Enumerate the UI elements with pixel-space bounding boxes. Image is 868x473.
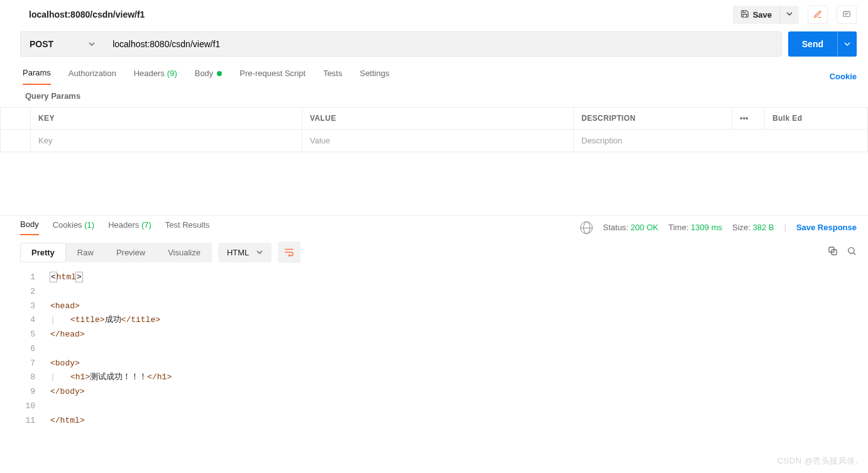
tab-authorization[interactable]: Authorization (69, 69, 116, 84)
view-preview[interactable]: Preview (105, 243, 157, 262)
line-content: |<title>成功</title> (50, 313, 160, 328)
response-view-bar: Pretty Raw Preview Visualize HTML (0, 235, 868, 267)
line-content: </head> (50, 328, 85, 342)
line-content: <body> (50, 357, 80, 371)
chevron-down-icon (786, 9, 793, 19)
code-line: 6 (20, 342, 868, 357)
comment-button[interactable] (837, 5, 857, 24)
code-line: 8|<h1>测试成功！！！</h1> (20, 370, 868, 385)
status-group: Status: 200 OK (603, 223, 658, 232)
wrap-lines-button[interactable] (278, 242, 300, 263)
request-title: localhost:8080/csdn/view/f1 (29, 9, 733, 19)
code-line: 1<html> (20, 270, 868, 285)
query-params-table: KEY VALUE DESCRIPTION ••• Bulk Ed (0, 107, 868, 152)
col-checkbox (1, 108, 31, 130)
row-checkbox[interactable] (1, 130, 31, 152)
line-number: 2 (20, 285, 50, 299)
value-input[interactable] (310, 136, 566, 145)
code-line: 7<body> (20, 357, 868, 371)
send-dropdown[interactable] (837, 31, 857, 57)
tab-headers[interactable]: Headers (9) (134, 69, 177, 84)
request-row: POST Send (0, 29, 868, 59)
url-input[interactable] (113, 39, 772, 49)
code-line: 10 (20, 399, 868, 414)
edit-button[interactable] (808, 5, 828, 24)
code-line: 9</body> (20, 385, 868, 399)
bulk-edit-link[interactable]: Bulk Ed (765, 108, 868, 130)
col-key-header: KEY (31, 108, 302, 130)
response-tab-cookies[interactable]: Cookies (1) (53, 220, 94, 235)
view-mode-tabs: Pretty Raw Preview Visualize (20, 243, 212, 262)
line-number: 8 (20, 370, 50, 385)
view-raw[interactable]: Raw (66, 243, 105, 262)
line-content: </body> (50, 385, 85, 399)
save-response-link[interactable]: Save Response (796, 223, 857, 232)
line-number: 11 (20, 414, 50, 428)
save-button-group: Save (733, 6, 799, 24)
line-number: 3 (20, 299, 50, 314)
svg-point-6 (849, 248, 854, 253)
response-tab-body[interactable]: Body (20, 220, 39, 235)
tab-params[interactable]: Params (23, 68, 51, 85)
format-value: HTML (227, 248, 249, 257)
url-input-wrap (104, 31, 782, 57)
tab-tests[interactable]: Tests (323, 69, 342, 84)
format-selector[interactable]: HTML (218, 243, 272, 262)
save-dropdown[interactable] (779, 6, 799, 24)
view-pretty[interactable]: Pretty (20, 243, 66, 262)
col-value-header: VALUE (302, 108, 574, 130)
chevron-down-icon (256, 248, 263, 257)
response-tab-tests[interactable]: Test Results (165, 220, 210, 235)
table-row (1, 130, 868, 152)
svg-rect-0 (843, 11, 850, 16)
size-group: Size: 382 B (732, 223, 774, 232)
tab-settings[interactable]: Settings (360, 69, 389, 84)
search-button[interactable] (847, 246, 857, 259)
line-number: 6 (20, 342, 50, 357)
col-desc-header: DESCRIPTION (574, 108, 732, 130)
globe-icon[interactable] (580, 221, 593, 234)
send-button-group: Send (788, 31, 857, 57)
col-more[interactable]: ••• (732, 108, 765, 130)
dot-indicator-icon (217, 71, 222, 76)
code-line: 2 (20, 285, 868, 299)
save-button[interactable]: Save (733, 6, 779, 24)
http-method-selector[interactable]: POST (20, 31, 104, 57)
chevron-down-icon (844, 40, 850, 49)
line-number: 7 (20, 357, 50, 371)
http-method-value: POST (30, 39, 53, 49)
send-button[interactable]: Send (788, 31, 837, 57)
key-input[interactable] (38, 136, 294, 145)
code-line: 11</html> (20, 414, 868, 428)
code-line: 5</head> (20, 328, 868, 342)
time-group: Time: 1309 ms (668, 223, 722, 232)
line-number: 5 (20, 328, 50, 342)
tab-body[interactable]: Body (195, 69, 222, 84)
svg-line-7 (854, 253, 855, 255)
line-content: </html> (50, 414, 85, 428)
copy-button[interactable] (828, 246, 838, 259)
response-tab-headers[interactable]: Headers (7) (108, 220, 151, 235)
desc-input[interactable] (581, 136, 860, 145)
line-number: 4 (20, 313, 50, 328)
request-tabs: Params Authorization Headers (9) Body Pr… (0, 59, 868, 85)
line-content: |<h1>测试成功！！！</h1> (50, 370, 172, 385)
response-status-bar: Status: 200 OK Time: 1309 ms Size: 382 B… (580, 221, 857, 234)
line-content: <html> (50, 270, 82, 285)
line-content: <head> (50, 299, 80, 314)
view-visualize[interactable]: Visualize (157, 243, 212, 262)
line-number: 10 (20, 399, 50, 414)
line-number: 1 (20, 270, 50, 285)
code-line: 3<head> (20, 299, 868, 314)
response-tabs: Body Cookies (1) Headers (7) Test Result… (0, 215, 868, 235)
response-body-code[interactable]: 1<html>23<head>4|<title>成功</title>5</hea… (0, 267, 868, 440)
chevron-down-icon (89, 39, 95, 49)
code-line: 4|<title>成功</title> (20, 313, 868, 328)
header-bar: localhost:8080/csdn/view/f1 Save (0, 0, 868, 29)
save-icon (740, 9, 749, 20)
tab-prerequest[interactable]: Pre-request Script (239, 69, 305, 84)
save-label: Save (753, 10, 772, 19)
line-number: 9 (20, 385, 50, 399)
query-params-label: Query Params (0, 85, 868, 107)
cookies-link[interactable]: Cookie (830, 72, 857, 81)
